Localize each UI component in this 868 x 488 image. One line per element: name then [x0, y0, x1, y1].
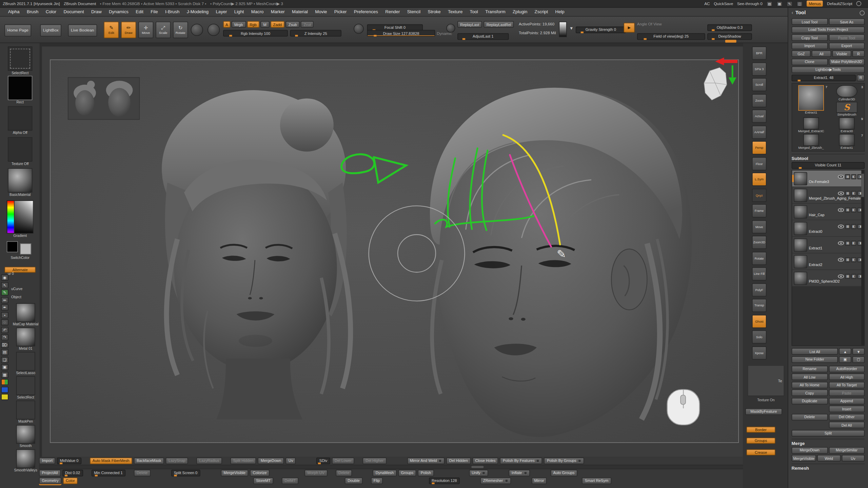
subtool-toggle-icon[interactable]: ▦ — [845, 257, 850, 262]
pencil-icon[interactable]: ✎ — [1, 289, 8, 296]
subtool-row[interactable]: ▦ ◧ ◨ Extract1 — [792, 237, 864, 253]
shelf-button[interactable]: Polish — [418, 469, 434, 476]
right-shelf-button[interactable]: Actual — [752, 109, 767, 123]
subtool-row[interactable]: ▦ ◧ ◨ Merged_Zbrush_Aging_Female — [792, 187, 864, 204]
shelf-button[interactable]: ProjectAll — [39, 469, 61, 476]
material-thumbnail[interactable] — [8, 168, 32, 192]
menu-item[interactable]: Alpha — [4, 9, 23, 15]
stroke-selectrect-thumbnail[interactable] — [8, 46, 32, 71]
goz-visible-button[interactable]: Visible — [832, 50, 851, 57]
pen-icon[interactable]: ✒ — [1, 304, 8, 310]
field-of-view-slider[interactable]: Field of view(deg) 25 — [637, 33, 705, 40]
panel-circle-icon[interactable] — [860, 10, 865, 15]
menu-item[interactable]: Zscript — [531, 9, 552, 15]
remesh-section-header[interactable]: Remesh — [792, 464, 865, 471]
tool-thumb-cylinder3d[interactable]: 3 Cylinder3D S SimpleBrush — [829, 85, 864, 116]
grid-icon[interactable]: ▦ — [776, 1, 783, 6]
menu-item[interactable]: Texture — [444, 9, 466, 15]
z-intensity-slider[interactable]: Z Intensity 25 — [290, 30, 341, 37]
menu-item[interactable]: Zplugin — [509, 9, 531, 15]
right-shelf-button[interactable]: SPix 3 — [752, 62, 767, 76]
merge-section-header[interactable]: Merge — [792, 439, 865, 446]
doc-icon[interactable]: ▤ — [766, 1, 772, 6]
draw-size-slider[interactable]: Draw Size 127.83828 — [367, 30, 435, 37]
menu-item[interactable]: Picker — [331, 9, 350, 15]
move-subtool-up-button[interactable]: ▲ — [839, 348, 851, 355]
edit-button[interactable]: ✎Edit — [104, 22, 119, 38]
visible-count-slider[interactable]: Visible Count 11 — [792, 162, 865, 169]
subtool-scrollbar[interactable] — [861, 170, 864, 345]
lasso-icon[interactable]: ◌ — [1, 319, 8, 325]
replay-last-rel-button[interactable]: ReplayLastRel — [484, 21, 514, 28]
visibility-eye-icon[interactable] — [838, 241, 844, 245]
weld-button[interactable]: Weld — [817, 455, 840, 462]
menu-item[interactable]: File — [147, 9, 162, 15]
right-shelf-button[interactable]: Zoom — [752, 94, 767, 107]
shelf-button[interactable]: MergeVisible — [221, 469, 248, 476]
menu-item[interactable]: Marker — [267, 9, 288, 15]
active-tool-slider[interactable]: Extract1. 48 — [792, 75, 856, 81]
del-all-button[interactable]: Del All — [829, 422, 865, 428]
shelf-button[interactable]: Auto Mask FiberMesh — [90, 457, 132, 464]
subtool-toggle-icon[interactable]: ▦ — [845, 207, 850, 212]
crease-button[interactable]: Crease — [746, 449, 775, 455]
shelf-button[interactable]: Flip — [371, 477, 382, 484]
shelf-button[interactable]: Delete — [134, 469, 151, 476]
menu-item[interactable]: Stroke — [424, 9, 444, 15]
shelf-button[interactable]: DelMT — [282, 477, 298, 484]
import-button[interactable]: Import — [792, 42, 828, 49]
collapse-arrow-icon[interactable]: ‹ — [792, 10, 793, 15]
shelf-button[interactable]: Split Screen 0 — [171, 469, 200, 476]
brush-icon[interactable]: ✏ — [1, 297, 8, 303]
rotate-button[interactable]: ↻Rotate — [173, 22, 188, 38]
visibility-eye-icon[interactable] — [838, 224, 844, 228]
shelf-button[interactable]: Mirror — [531, 477, 547, 484]
shelf-button[interactable]: LazySnap — [166, 457, 188, 464]
shelf-button[interactable]: Groups — [398, 469, 416, 476]
paint-mode-chip[interactable]: Zcut — [301, 21, 314, 28]
menu-item[interactable]: Light — [231, 9, 248, 15]
switchcolor-label[interactable]: SwitchColor — [0, 256, 40, 259]
move-subtool-down-button[interactable]: ▼ — [852, 348, 865, 355]
tool-thumb-merged-zbrush[interactable]: Merged_Zbrush_ — [794, 134, 828, 149]
groups-button[interactable]: Groups — [746, 438, 775, 444]
shelf-button[interactable]: Smart ReSym — [582, 477, 611, 484]
ac-button[interactable]: AC — [704, 1, 710, 6]
shelf-button[interactable]: Double — [345, 477, 362, 484]
redo-icon[interactable]: ↷ — [1, 334, 8, 340]
delete-icon[interactable]: ⌦ — [1, 342, 8, 348]
right-shelf-button[interactable]: BPR — [752, 46, 767, 60]
menu-item[interactable]: J-Modeling — [183, 9, 212, 15]
shelf-button[interactable]: Polish By Features — [500, 457, 542, 464]
export-button[interactable]: Export — [829, 42, 865, 49]
subtool-toggle-icon[interactable]: ▦ — [845, 240, 850, 245]
shelf-button[interactable]: Resolution 128 — [429, 477, 460, 484]
all-low-button[interactable]: All Low — [792, 373, 828, 380]
quicksave-button[interactable]: QuickSave — [714, 1, 733, 6]
shelf-button[interactable]: Dist 0.02 — [62, 469, 83, 476]
simplebrush-icon[interactable]: S — [836, 102, 857, 113]
right-shelf-button[interactable]: Xpose — [752, 346, 767, 359]
panels-icon[interactable]: ◫ — [796, 1, 803, 6]
right-shelf-button[interactable]: Solo — [752, 330, 767, 344]
stroke-rect-thumbnail[interactable] — [8, 76, 32, 100]
subtool-toggle-icon[interactable]: ◧ — [851, 240, 856, 245]
menu-item[interactable]: Macro — [248, 9, 267, 15]
alpha-off-thumbnail[interactable] — [8, 106, 32, 130]
menu-item[interactable]: Color — [42, 9, 60, 15]
see-through-slider[interactable]: See-through 0 — [737, 1, 763, 6]
paint-mode-chip[interactable]: M — [260, 21, 269, 28]
all-high-button[interactable]: All High — [829, 373, 865, 380]
menu-item[interactable]: Edit — [132, 9, 147, 15]
paint-mode-chip[interactable]: Rgb — [247, 21, 259, 28]
subtool-toggle-icon[interactable]: ▦ — [845, 224, 850, 229]
tray-brush-item[interactable]: MatCap Material — [9, 303, 42, 326]
shelf-button[interactable]: Mirror And Weld — [407, 457, 445, 464]
texture-panel-label[interactable]: Te — [778, 379, 782, 383]
mask-by-feature-button[interactable]: MaskByFeature — [745, 408, 782, 415]
shelf-button[interactable]: Geometry — [39, 477, 61, 484]
autoreorder-button[interactable]: AutoReorder — [829, 365, 865, 372]
gradient-preview-icon[interactable] — [559, 22, 567, 37]
lightbox-button[interactable]: LightBox — [40, 24, 61, 36]
shelf-button[interactable]: SDiv — [317, 457, 330, 464]
